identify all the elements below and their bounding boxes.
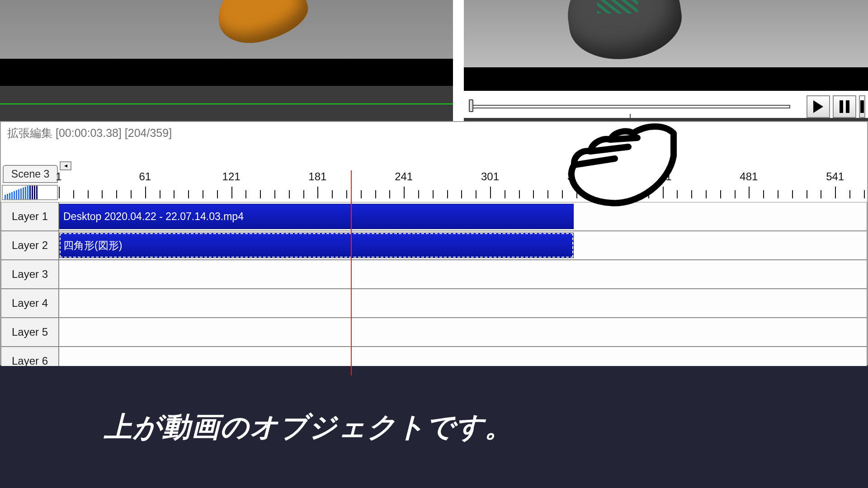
ruler-small-tick xyxy=(188,190,189,198)
play-icon xyxy=(813,100,823,113)
ruler-small-tick xyxy=(116,190,117,198)
ruler-big-tick xyxy=(59,187,60,198)
panel-border xyxy=(464,118,868,121)
seek-midpoint-tick xyxy=(630,114,631,118)
ruler-big-tick xyxy=(317,187,318,198)
ruler-small-tick xyxy=(346,190,347,198)
ruler-label: 181 xyxy=(308,170,326,183)
layer-track[interactable] xyxy=(59,318,867,347)
ruler-small-tick xyxy=(160,190,160,198)
ruler-small-tick xyxy=(720,190,721,198)
ruler-small-tick xyxy=(634,190,635,198)
ruler-ticks xyxy=(59,187,867,200)
layer-header[interactable]: Layer 3 xyxy=(1,260,59,289)
ruler-small-tick xyxy=(418,190,419,198)
transport-controls xyxy=(456,91,868,118)
layer-track[interactable] xyxy=(59,289,867,318)
timeline-ruler[interactable]: 161121181241301361421481541 xyxy=(59,170,867,202)
source-video-frame xyxy=(0,0,453,59)
ruler-small-tick xyxy=(73,190,74,198)
ruler-small-tick xyxy=(174,190,175,198)
ruler-small-tick xyxy=(547,190,548,198)
layer-header[interactable]: Layer 2 xyxy=(1,231,59,260)
ruler-small-tick xyxy=(792,190,793,198)
ruler-small-tick xyxy=(677,190,678,198)
ruler-small-tick xyxy=(533,190,534,198)
layer-row: Layer 2四角形(図形) xyxy=(1,231,867,260)
ruler-small-tick xyxy=(375,190,376,198)
ruler-label: 421 xyxy=(654,170,672,183)
ruler-small-tick xyxy=(131,190,132,198)
ruler-small-tick xyxy=(706,190,707,198)
ruler-label: 361 xyxy=(567,170,585,183)
ruler-small-tick xyxy=(447,190,448,198)
layer-header[interactable]: Layer 4 xyxy=(1,289,59,318)
ruler-small-tick xyxy=(849,190,850,198)
layer-track[interactable]: Desktop 2020.04.22 - 22.07.14.03.mp4 xyxy=(59,202,867,231)
scroll-left-button[interactable]: ◂ xyxy=(60,161,71,170)
subtitle-text: 上が動画のオブジェクトです。 xyxy=(104,408,514,446)
ruler-small-tick xyxy=(562,190,563,198)
ruler-big-tick xyxy=(145,187,146,198)
ruler-small-tick xyxy=(821,190,821,198)
ruler-small-tick xyxy=(763,190,764,198)
preview-panels xyxy=(0,0,868,121)
output-preview-panel xyxy=(456,0,868,121)
ruler-small-tick xyxy=(778,190,778,198)
zoom-widget[interactable] xyxy=(2,185,58,200)
ruler-small-tick xyxy=(807,190,807,198)
ruler-big-tick xyxy=(231,187,232,198)
letterbox-bar xyxy=(0,59,453,86)
timeline-clip[interactable]: 四角形(図形) xyxy=(59,233,574,258)
scene-tab[interactable]: Scene 3 xyxy=(3,165,58,183)
ruler-small-tick xyxy=(289,190,290,198)
ruler-small-tick xyxy=(691,190,692,198)
layer-header[interactable]: Layer 1 xyxy=(1,202,59,231)
timeline-layers: Layer 1Desktop 2020.04.22 - 22.07.14.03.… xyxy=(1,202,867,375)
layer-header[interactable]: Layer 5 xyxy=(1,318,59,347)
stop-button-partial[interactable] xyxy=(859,95,865,118)
pause-icon xyxy=(840,100,849,113)
ruler-big-tick xyxy=(576,187,577,198)
subtitle-band: 上が動画のオブジェクトです。 xyxy=(0,366,868,488)
ruler-small-tick xyxy=(619,190,620,198)
timeline-clip[interactable]: Desktop 2020.04.22 - 22.07.14.03.mp4 xyxy=(59,204,574,229)
ruler-label: 241 xyxy=(395,170,413,183)
layer-row: Layer 1Desktop 2020.04.22 - 22.07.14.03.… xyxy=(1,202,867,231)
pause-button[interactable] xyxy=(833,95,856,118)
ruler-label: 1 xyxy=(56,170,61,183)
source-preview-panel xyxy=(0,0,456,121)
layer-row: Layer 5 xyxy=(1,318,867,347)
ruler-small-tick xyxy=(735,190,736,198)
ruler-small-tick xyxy=(476,190,476,198)
play-button[interactable] xyxy=(807,95,830,118)
ruler-small-tick xyxy=(102,190,103,198)
ruler-small-tick xyxy=(217,190,218,198)
ruler-small-tick xyxy=(433,190,434,198)
ruler-small-tick xyxy=(88,190,89,198)
ruler-small-tick xyxy=(332,190,333,198)
ruler-small-tick xyxy=(303,190,304,198)
ruler-label: 481 xyxy=(740,170,758,183)
seek-thumb[interactable] xyxy=(469,99,473,112)
ruler-small-tick xyxy=(519,190,520,198)
timeline-titlebar[interactable]: 拡張編集 [00:00:03.38] [204/359] xyxy=(1,122,867,144)
layer-track[interactable]: 四角形(図形) xyxy=(59,231,867,260)
zoom-bars-icon xyxy=(5,186,55,199)
ruler-big-tick xyxy=(663,187,664,198)
ruler-small-tick xyxy=(260,190,261,198)
ruler-small-tick xyxy=(864,190,865,198)
ruler-small-tick xyxy=(461,190,462,198)
ruler-label: 301 xyxy=(481,170,499,183)
ruler-small-tick xyxy=(591,190,592,198)
seek-slider[interactable] xyxy=(469,105,790,108)
layer-row: Layer 4 xyxy=(1,289,867,318)
layer-track[interactable] xyxy=(59,260,867,289)
audio-waveform-area xyxy=(0,86,453,121)
ruler-big-tick xyxy=(490,187,491,198)
ruler-big-tick xyxy=(404,187,405,198)
ruler-big-tick xyxy=(749,187,750,198)
ruler-small-tick xyxy=(605,190,606,198)
ruler-small-tick xyxy=(361,190,362,198)
ruler-big-tick xyxy=(835,187,836,198)
